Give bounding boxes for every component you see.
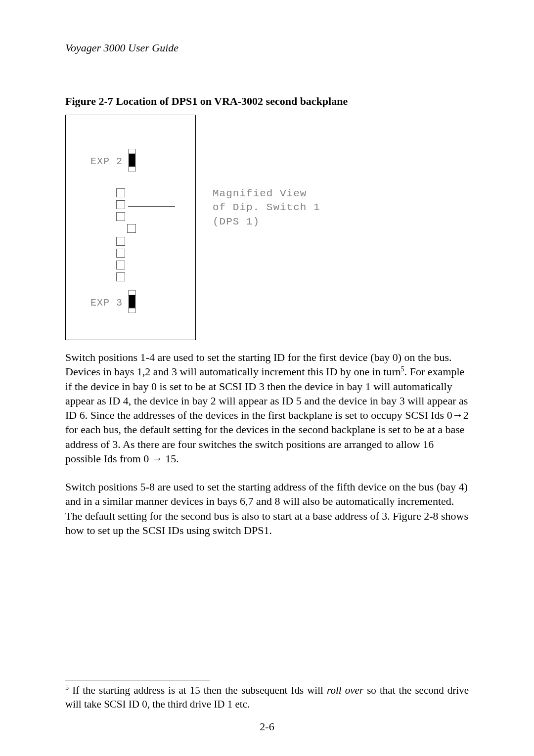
footnote-italic: roll over [327, 684, 363, 696]
p1-part-a: Switch positions 1-4 are used to set the… [65, 351, 451, 378]
page-header: Voyager 3000 User Guide [65, 42, 469, 54]
svg-rect-3 [129, 290, 135, 295]
page-number-text: 2-6 [260, 720, 274, 733]
header-title: Voyager 3000 User Guide [65, 42, 178, 54]
exp-2-connector-icon [127, 149, 137, 174]
figure-caption: Figure 2-7 Location of DPS1 on VRA-3002 … [65, 95, 469, 108]
exp-2-row: EXP 2 [90, 149, 137, 174]
figure-caption-text: Figure 2-7 Location of DPS1 on VRA-3002 … [65, 95, 348, 107]
chip-icon [127, 224, 136, 233]
annotation-line-2: of Dip. Switch 1 [213, 201, 320, 215]
arrow-icon: → [452, 409, 463, 421]
exp-3-row: EXP 3 [90, 290, 137, 315]
svg-rect-5 [129, 308, 135, 313]
diagram-annotation: Magnified View of Dip. Switch 1 (DPS 1) [213, 187, 320, 229]
footnote-ref-5: 5 [401, 365, 404, 373]
paragraph-2: Switch positions 5-8 are used to set the… [65, 480, 469, 537]
leader-line [128, 206, 175, 207]
footnote-num: 5 [65, 684, 69, 691]
page: Voyager 3000 User Guide Figure 2-7 Locat… [0, 0, 534, 756]
chip-icon [116, 237, 125, 246]
annotation-line-3: (DPS 1) [213, 215, 320, 229]
svg-rect-0 [129, 149, 135, 154]
footnote-text: 5 If the starting address is at 15 then … [65, 683, 469, 712]
p2-text: Switch positions 5-8 are used to set the… [65, 481, 468, 536]
svg-rect-4 [129, 295, 135, 308]
footnote-a: If the starting address is at 15 then th… [69, 684, 327, 696]
diagram-block: EXP 2 [65, 115, 469, 340]
page-number: 2-6 [0, 720, 534, 733]
svg-rect-1 [129, 154, 135, 167]
chip-icon [116, 188, 125, 197]
backplane-diagram: EXP 2 [65, 115, 196, 340]
p1-part-d: 15. [163, 452, 179, 465]
annotation-line-1: Magnified View [213, 187, 320, 201]
exp-3-connector-icon [127, 290, 137, 315]
exp-3-label: EXP 3 [90, 297, 123, 309]
footnote-block: 5 If the starting address is at 15 then … [65, 685, 469, 712]
arrow-icon: → [152, 452, 163, 465]
footnote-separator [65, 680, 210, 680]
ic-column [116, 188, 136, 284]
body-text: Switch positions 1-4 are used to set the… [65, 350, 469, 537]
chip-icon [116, 212, 125, 221]
chip-icon [116, 261, 125, 269]
chip-icon [116, 200, 125, 209]
exp-2-label: EXP 2 [90, 156, 123, 167]
svg-rect-2 [129, 167, 135, 172]
paragraph-1: Switch positions 1-4 are used to set the… [65, 350, 469, 466]
chip-icon [116, 249, 125, 258]
chip-icon [116, 272, 125, 281]
